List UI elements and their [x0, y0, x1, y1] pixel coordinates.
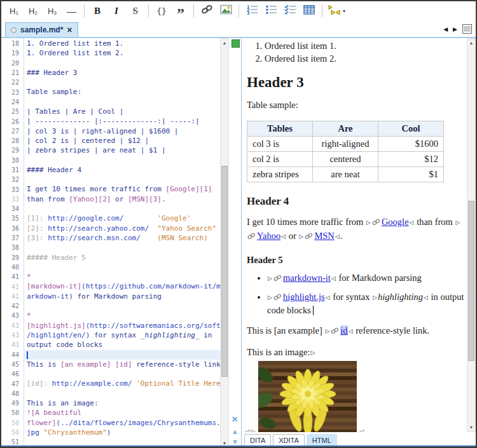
editor-line[interactable]: 33I get 10 times more traffic from [Goog… — [1, 184, 220, 194]
editor-line[interactable]: 46 — [1, 369, 220, 379]
editor-line[interactable]: 30 — [1, 156, 220, 165]
preview-link[interactable]: MSN — [314, 231, 334, 241]
line-text[interactable] — [24, 389, 220, 398]
code-block-button[interactable]: {} — [154, 3, 169, 18]
line-text[interactable]: ![A beautiful — [24, 408, 220, 417]
heading-3-button[interactable]: H3 — [45, 3, 60, 18]
line-text[interactable] — [24, 78, 220, 87]
editor-line[interactable]: 48 — [1, 389, 220, 398]
line-text[interactable]: [markdown-it](https://github.com/markdow… — [24, 282, 221, 291]
line-text[interactable]: | Tables | Are | Cool | — [24, 107, 220, 116]
editor-line[interactable]: 26| ------------- |:-------------:| ----… — [1, 116, 220, 126]
line-text[interactable]: ##### Header 5 — [24, 253, 220, 262]
dropdown-caret-icon[interactable]: ▾ — [343, 8, 345, 14]
line-text[interactable]: | col 2 is | centered | $12 | — [24, 136, 220, 146]
scroll-tabs-left-icon[interactable]: ◀ — [443, 26, 448, 32]
heading-2-button[interactable]: H2 — [25, 3, 41, 18]
editor-line[interactable]: 50flower](../dita/flowers/images/Chrysan… — [1, 418, 220, 428]
scroll-up-icon[interactable]: ▲ — [467, 39, 475, 47]
line-text[interactable]: * — [24, 272, 220, 282]
horizontal-rule-button[interactable]: — — [64, 3, 79, 18]
editor-line[interactable]: 49This is an image: — [1, 398, 220, 408]
editor-line[interactable]: 47[id]: http://example.com/ 'Optional Ti… — [1, 379, 220, 388]
preview-link[interactable]: Yahoo — [257, 231, 280, 241]
preview-scrollbar-thumb[interactable] — [468, 201, 474, 361]
line-text[interactable]: than from [Yahoo][2] or [MSN][3]. — [24, 194, 220, 204]
blockquote-button[interactable]: ” — [173, 3, 188, 18]
strikethrough-button[interactable]: S — [128, 3, 143, 18]
italic-button[interactable]: I — [109, 3, 124, 18]
line-text[interactable]: [2]: http://search.yahoo.com/ "Yahoo Sea… — [24, 224, 220, 233]
line-text[interactable] — [24, 262, 220, 272]
line-text[interactable]: | ------------- |:-------------:| -----:… — [24, 116, 220, 126]
editor-line[interactable]: 181. Ordered list item 1. — [1, 39, 220, 48]
editor-line[interactable]: 43/highlight/en/) for syntax _highlighti… — [1, 330, 220, 340]
splitter-up-icon[interactable]: ▲ — [232, 428, 238, 435]
editor-line[interactable]: 41* — [1, 272, 220, 282]
line-text[interactable] — [24, 97, 220, 107]
editor-line[interactable]: 23Table sample: — [1, 87, 220, 97]
line-text[interactable]: flower](../dita/flowers/images/Chrysanth… — [24, 418, 221, 428]
editor-line[interactable]: 45This is [an example] [id] reference-st… — [1, 360, 220, 369]
line-text[interactable]: jpg "Chrysanthemum") — [24, 428, 220, 437]
line-text[interactable]: arkdown-it) for Markdown parsing — [24, 292, 220, 301]
editor-scrollbar-thumb[interactable] — [221, 166, 228, 377]
editor-line[interactable]: 32 — [1, 175, 220, 184]
preview-link[interactable]: highlight.js — [283, 292, 325, 302]
preview-link[interactable]: markdown-it — [283, 273, 331, 283]
unordered-list-button[interactable] — [263, 3, 279, 18]
editor-line[interactable]: 43[highlight.js](http://softwaremaniacs.… — [1, 321, 220, 330]
bold-button[interactable]: B — [90, 3, 105, 18]
line-text[interactable] — [24, 243, 220, 252]
line-text[interactable]: Table sample: — [24, 87, 220, 97]
preview-link[interactable]: Google — [382, 217, 409, 227]
line-text[interactable] — [24, 156, 220, 165]
editor-lines[interactable]: 181. Ordered list item 1.191. Ordered li… — [1, 39, 220, 447]
preview-scrollbar[interactable]: ▲ ▼ — [467, 38, 476, 432]
editor-line[interactable]: 37[3]: http://search.msn.com/ (MSN Searc… — [1, 233, 220, 243]
editor-line[interactable]: 41arkdown-it) for Markdown parsing — [1, 292, 220, 301]
editor-line[interactable]: 31#### Header 4 — [1, 165, 220, 175]
close-preview-icon[interactable]: ✕ — [232, 415, 238, 424]
preview-link[interactable]: id — [340, 325, 347, 336]
line-text[interactable]: This is an image: — [24, 398, 220, 408]
line-text[interactable] — [24, 58, 220, 68]
line-text[interactable]: ### Header 3 — [24, 68, 220, 78]
line-text[interactable]: * — [24, 311, 220, 320]
editor-line[interactable]: 50jpg "Chrysanthemum") — [1, 428, 220, 437]
check-list-button[interactable] — [282, 3, 298, 18]
line-text[interactable]: [id]: http://example.com/ 'Optional Titl… — [24, 379, 225, 388]
line-text[interactable] — [24, 204, 220, 214]
editor-line[interactable]: 41[markdown-it](https://github.com/markd… — [1, 282, 220, 291]
line-text[interactable]: 1. Ordered list item 2. — [24, 48, 220, 58]
line-text[interactable] — [24, 301, 220, 311]
show-markers-button[interactable]: ▾ — [328, 3, 345, 18]
format-tab-dita[interactable]: DITA — [244, 434, 271, 447]
editor-line[interactable]: 28| col 2 is | centered | $12 | — [1, 136, 220, 146]
editor-line[interactable]: 39##### Header 5 — [1, 253, 220, 262]
editor-line[interactable]: 27| col 3 is | right-aligned | $1600 | — [1, 126, 220, 136]
editor-line[interactable]: 43* — [1, 311, 220, 320]
markdown-source-editor[interactable]: 181. Ordered list item 1.191. Ordered li… — [1, 38, 241, 448]
splitter-down-icon[interactable]: ▼ — [232, 438, 238, 445]
editor-line[interactable]: 35[1]: http://google.com/ 'Google' — [1, 214, 220, 223]
line-text[interactable] — [24, 369, 220, 379]
line-text[interactable]: #### Header 4 — [24, 165, 220, 175]
line-text[interactable] — [24, 175, 220, 184]
line-text[interactable]: /highlight/en/) for syntax _highlighting… — [24, 330, 220, 340]
insert-table-button[interactable] — [301, 3, 317, 18]
editor-line[interactable]: 43output code blocks — [1, 340, 220, 350]
scroll-down-icon[interactable]: ▼ — [467, 423, 475, 431]
heading-1-button[interactable]: H1 — [6, 3, 22, 18]
line-text[interactable]: This is [an example] [id] reference-styl… — [24, 360, 225, 369]
editor-line[interactable]: 22 — [1, 78, 220, 87]
editor-line[interactable]: 50![A beautiful — [1, 408, 220, 417]
editor-line[interactable]: 33than from [Yahoo][2] or [MSN][3]. — [1, 194, 220, 204]
line-text[interactable]: [highlight.js](http://softwaremaniacs.or… — [24, 321, 221, 330]
line-text[interactable]: | col 3 is | right-aligned | $1600 | — [24, 126, 220, 136]
ordered-list-button[interactable]: 123 — [244, 3, 259, 18]
editor-line[interactable]: 44 — [1, 350, 220, 360]
format-tab-xdita[interactable]: XDITA — [273, 434, 305, 447]
editor-line[interactable]: 29| zebra stripes | are neat | $1 | — [1, 146, 220, 155]
scroll-up-icon[interactable]: ▲ — [221, 39, 228, 47]
